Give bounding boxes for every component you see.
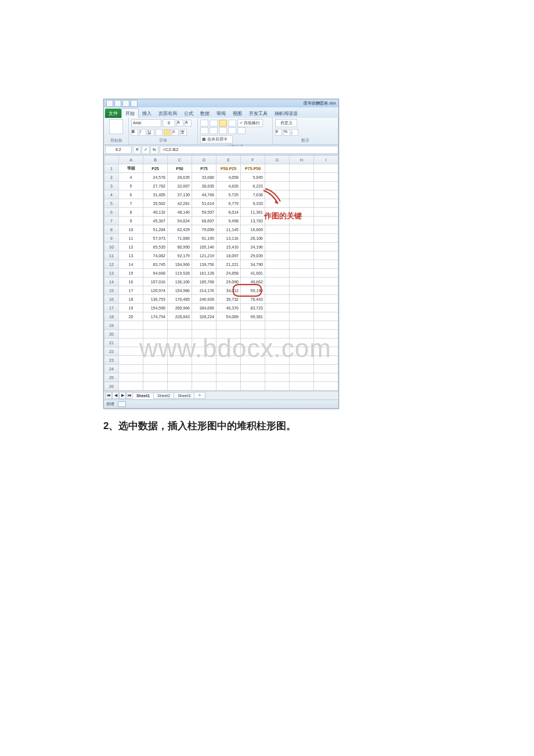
cell[interactable] xyxy=(265,356,290,365)
cell[interactable] xyxy=(290,225,314,234)
cell[interactable] xyxy=(314,382,338,391)
fill-color-button[interactable] xyxy=(164,129,171,136)
cell[interactable]: 51,614 xyxy=(192,199,217,208)
save-icon[interactable] xyxy=(114,100,121,107)
cell[interactable]: 46,376 xyxy=(217,304,241,312)
bold-button[interactable]: B xyxy=(131,129,138,136)
col-header-B[interactable]: B xyxy=(143,156,168,164)
align-center-icon[interactable] xyxy=(210,127,218,134)
cell[interactable]: 29,039 xyxy=(241,251,265,260)
cell[interactable] xyxy=(192,365,217,373)
cell[interactable] xyxy=(265,321,290,330)
cell[interactable] xyxy=(119,365,143,373)
cell[interactable] xyxy=(168,330,192,339)
cell[interactable]: 136,753 xyxy=(143,295,168,304)
cell[interactable] xyxy=(192,373,217,382)
cell[interactable]: 32,607 xyxy=(168,182,192,190)
paste-button[interactable] xyxy=(109,119,123,134)
cell[interactable] xyxy=(265,208,290,217)
cell[interactable]: 27,782 xyxy=(143,182,168,190)
cell[interactable]: 28,635 xyxy=(168,173,192,182)
cell[interactable] xyxy=(119,321,143,330)
cell[interactable]: 13 xyxy=(119,251,143,260)
cell[interactable] xyxy=(314,295,338,304)
cell[interactable] xyxy=(192,356,217,365)
cell[interactable] xyxy=(265,164,290,173)
cell[interactable] xyxy=(241,339,265,347)
phonetic-button[interactable]: 变 xyxy=(180,129,187,136)
cell[interactable] xyxy=(265,339,290,347)
cell[interactable]: 79,099 xyxy=(192,225,217,234)
cell[interactable]: 7 xyxy=(119,199,143,208)
cell[interactable] xyxy=(168,356,192,365)
cell[interactable]: 161,128 xyxy=(192,269,217,278)
cell[interactable] xyxy=(241,365,265,373)
cell[interactable]: 17 xyxy=(119,286,143,295)
tab-developer[interactable]: 开发工具 xyxy=(246,109,271,118)
cell[interactable] xyxy=(143,330,168,339)
cell[interactable] xyxy=(290,199,314,208)
cell[interactable] xyxy=(290,347,314,356)
cell[interactable]: 41,601 xyxy=(241,269,265,278)
cell[interactable] xyxy=(265,347,290,356)
cell[interactable]: P75-P50 xyxy=(241,164,265,173)
cell[interactable] xyxy=(290,382,314,391)
cell[interactable] xyxy=(290,234,314,243)
cell[interactable] xyxy=(217,339,241,347)
cell[interactable]: 34,790 xyxy=(241,260,265,269)
name-box[interactable]: E2 xyxy=(105,146,132,154)
row-header[interactable]: 4 xyxy=(104,190,119,199)
cell[interactable] xyxy=(241,347,265,356)
cell[interactable]: 10 xyxy=(119,225,143,234)
cell[interactable] xyxy=(290,190,314,199)
cell[interactable]: 45,367 xyxy=(143,217,168,225)
cell[interactable]: 121,219 xyxy=(192,251,217,260)
cell[interactable] xyxy=(314,339,338,347)
cell[interactable]: 等级 xyxy=(119,164,143,173)
undo-icon[interactable] xyxy=(122,100,129,107)
cell[interactable] xyxy=(290,312,314,321)
cell[interactable]: 71,089 xyxy=(168,234,192,243)
cell[interactable] xyxy=(290,269,314,278)
indent-dec-icon[interactable] xyxy=(228,127,236,134)
tab-foxit[interactable]: 福昕阅读器 xyxy=(271,109,301,118)
col-header-E[interactable]: E xyxy=(217,156,241,164)
cell[interactable] xyxy=(241,321,265,330)
cell[interactable] xyxy=(119,330,143,339)
cell[interactable]: 24,578 xyxy=(143,173,168,182)
cell[interactable]: 120,974 xyxy=(143,286,168,295)
cell[interactable] xyxy=(241,330,265,339)
cell[interactable] xyxy=(168,339,192,347)
cell[interactable]: 15,416 xyxy=(217,243,241,251)
cell[interactable] xyxy=(217,373,241,382)
cell[interactable] xyxy=(290,373,314,382)
cell[interactable] xyxy=(265,365,290,373)
cell[interactable] xyxy=(290,251,314,260)
cell[interactable] xyxy=(265,190,290,199)
cell[interactable]: 34,012 xyxy=(217,286,241,295)
cell[interactable]: 18 xyxy=(119,295,143,304)
row-header[interactable]: 16 xyxy=(104,295,119,304)
cell[interactable]: 228,843 xyxy=(168,312,192,321)
cell[interactable]: 13,116 xyxy=(217,234,241,243)
cell[interactable] xyxy=(314,347,338,356)
enter-formula-icon[interactable]: ✓ xyxy=(142,146,150,154)
cell[interactable]: 20 xyxy=(119,312,143,321)
col-header-H[interactable]: H xyxy=(290,156,314,164)
row-header[interactable]: 14 xyxy=(104,278,119,286)
cell[interactable] xyxy=(290,182,314,190)
cell[interactable] xyxy=(119,382,143,391)
percent-icon[interactable]: % xyxy=(283,129,290,136)
cell[interactable]: 21,221 xyxy=(217,260,241,269)
cell[interactable] xyxy=(314,225,338,234)
cell[interactable] xyxy=(241,356,265,365)
cell[interactable] xyxy=(168,365,192,373)
cell[interactable]: 11 xyxy=(119,234,143,243)
cell[interactable]: 74,082 xyxy=(143,251,168,260)
row-header[interactable]: 8 xyxy=(104,225,119,234)
cell[interactable] xyxy=(314,356,338,365)
border-button[interactable] xyxy=(156,129,163,136)
cell[interactable] xyxy=(314,173,338,182)
cell[interactable]: P75 xyxy=(192,164,217,173)
cell[interactable] xyxy=(314,164,338,173)
